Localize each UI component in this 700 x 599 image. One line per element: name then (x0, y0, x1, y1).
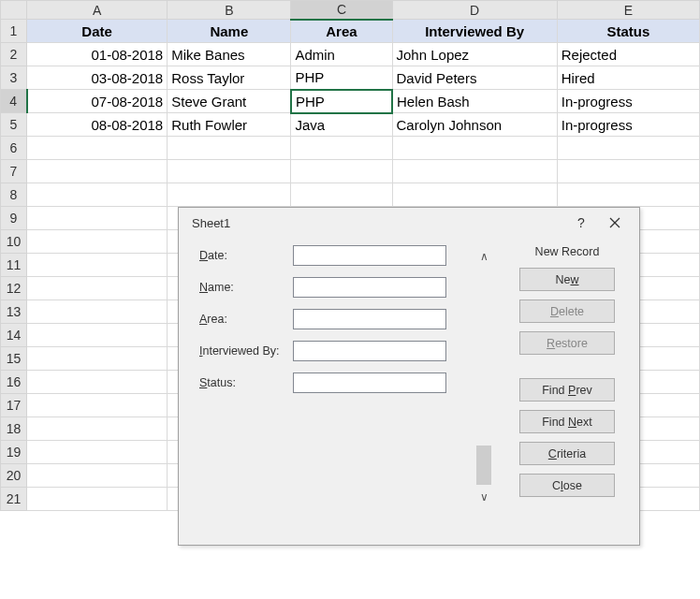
find-next-button[interactable]: Find Next (519, 410, 615, 433)
cell-B2[interactable]: Mike Banes (168, 43, 291, 66)
cell-A2[interactable]: 01-08-2018 (27, 43, 168, 66)
row-header-19[interactable]: 19 (1, 441, 27, 464)
cell-D2[interactable]: John Lopez (392, 43, 557, 66)
row-header-8[interactable]: 8 (1, 183, 27, 207)
cell-A5[interactable]: 08-08-2018 (27, 113, 168, 137)
row-header-5[interactable]: 5 (1, 113, 27, 137)
row-header-9[interactable]: 9 (1, 207, 27, 230)
cell-B5[interactable]: Ruth Fowler (168, 113, 291, 137)
col-header-E[interactable]: E (557, 1, 699, 20)
date-label: Date: (199, 249, 293, 262)
date-field[interactable] (293, 245, 446, 266)
scrollbar-track[interactable] (476, 269, 491, 485)
area-label: Area: (199, 313, 293, 326)
row-header-16[interactable]: 16 (1, 371, 27, 394)
select-all-corner[interactable] (1, 1, 27, 20)
interviewed-label: Interviewed By: (199, 344, 293, 358)
cell-C3[interactable]: PHP (291, 66, 392, 90)
cell-A1[interactable]: Date (27, 20, 168, 43)
scrollbar-thumb[interactable] (476, 446, 491, 485)
col-header-D[interactable]: D (392, 1, 557, 20)
cell-C5[interactable]: Java (291, 113, 392, 137)
area-field[interactable] (293, 309, 446, 329)
cell-B3[interactable]: Ross Taylor (168, 66, 291, 90)
row-header-20[interactable]: 20 (1, 464, 27, 488)
cell-A3[interactable]: 03-08-2018 (27, 66, 168, 90)
col-header-B[interactable]: B (168, 1, 291, 20)
row-header-1[interactable]: 1 (1, 20, 27, 43)
criteria-button[interactable]: Criteria (519, 442, 615, 465)
cell-E1[interactable]: Status (557, 20, 699, 43)
row-header-7[interactable]: 7 (1, 160, 27, 183)
record-indicator: New Record (535, 245, 600, 258)
status-field[interactable] (293, 373, 446, 393)
cell-C1[interactable]: Area (291, 20, 392, 43)
row-header-10[interactable]: 10 (1, 230, 27, 254)
row-header-15[interactable]: 15 (1, 347, 27, 371)
row-header-18[interactable]: 18 (1, 417, 27, 441)
row-header-2[interactable]: 2 (1, 43, 27, 66)
cell-D4[interactable]: Helen Bash (392, 90, 557, 113)
cell-D3[interactable]: David Peters (392, 66, 557, 90)
col-header-C[interactable]: C (291, 1, 392, 20)
status-label: Status: (199, 376, 293, 389)
find-prev-button[interactable]: Find Prev (519, 378, 615, 402)
row-header-6[interactable]: 6 (1, 137, 27, 160)
new-button[interactable]: New (519, 268, 615, 291)
row-header-17[interactable]: 17 (1, 394, 27, 417)
cell-A4[interactable]: 07-08-2018 (27, 90, 168, 113)
scroll-up-icon[interactable]: ∧ (480, 248, 489, 265)
close-icon[interactable] (598, 212, 632, 234)
delete-button[interactable]: Delete (519, 300, 615, 323)
cell-B4[interactable]: Steve Grant (168, 90, 291, 113)
data-form-dialog: Sheet1 ? Date: Name: Area: Interviewed B… (178, 207, 640, 546)
close-button[interactable]: Close (519, 474, 615, 497)
dialog-title: Sheet1 (192, 216, 564, 230)
row-header-11[interactable]: 11 (1, 254, 27, 277)
col-header-A[interactable]: A (27, 1, 168, 20)
cell-E3[interactable]: Hired (557, 66, 699, 90)
row-header-14[interactable]: 14 (1, 324, 27, 347)
help-button[interactable]: ? (564, 212, 598, 234)
restore-button[interactable]: Restore (519, 331, 615, 355)
cell-B1[interactable]: Name (168, 20, 291, 43)
cell-E5[interactable]: In-progress (557, 113, 699, 137)
scroll-down-icon[interactable]: ∨ (480, 489, 489, 505)
name-label: Name: (199, 281, 293, 294)
cell-D5[interactable]: Carolyn Johnson (392, 113, 557, 137)
cell-C2[interactable]: Admin (291, 43, 392, 66)
cell-E4[interactable]: In-progress (557, 90, 699, 113)
row-header-13[interactable]: 13 (1, 300, 27, 324)
row-header-3[interactable]: 3 (1, 66, 27, 90)
cell-D1[interactable]: Interviewed By (392, 20, 557, 43)
interviewed-field[interactable] (293, 341, 446, 361)
cell-C4[interactable]: PHP (291, 90, 392, 113)
row-header-12[interactable]: 12 (1, 277, 27, 300)
row-header-4[interactable]: 4 (1, 90, 27, 113)
row-header-21[interactable]: 21 (1, 488, 27, 511)
cell-E2[interactable]: Rejected (557, 43, 699, 66)
name-field[interactable] (293, 277, 446, 298)
